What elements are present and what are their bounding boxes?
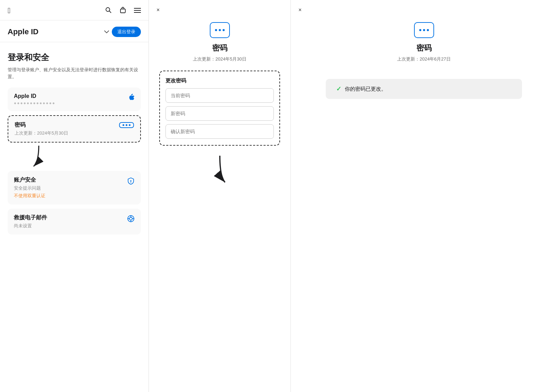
change-password-form: 更改密码	[159, 71, 280, 146]
current-password-field[interactable]	[165, 88, 274, 103]
password-card-label: 密码	[15, 121, 116, 129]
apple-logo-icon: 	[8, 6, 10, 15]
apple-id-card-email: ●●●●●●●●●●●●●	[14, 101, 124, 106]
svg-line-1	[109, 11, 111, 12]
apple-id-title: Apple ID	[8, 27, 101, 36]
two-factor-link[interactable]: 不使用双重认证	[14, 193, 124, 199]
apple-id-card-label: Apple ID	[14, 93, 124, 99]
rescue-icon	[127, 215, 135, 224]
right-dot-1	[419, 29, 421, 31]
middle-arrow-annotation	[206, 154, 234, 185]
password-card-sub: 上次更新：2024年5月30日	[15, 130, 116, 136]
new-password-field[interactable]	[165, 106, 274, 121]
success-text: 你的密码已更改。	[345, 86, 386, 92]
left-content: 登录和安全 管理与登录账户、账户安全以及无法登录时进行数据恢复的有关设置。 Ap…	[0, 42, 149, 246]
password-dots-icon	[119, 122, 134, 128]
dot-1	[215, 29, 217, 31]
right-password-icon	[414, 22, 434, 38]
rescue-email-card-body: 救援电子邮件 尚未设置	[14, 214, 124, 229]
shield-icon	[127, 177, 135, 186]
apple-id-card-body: Apple ID ●●●●●●●●●●●●●	[14, 93, 124, 106]
right-panel: × 密码 上次更新：2024年6月27日 ✓ 你的密码已更改。	[291, 0, 557, 392]
logout-button[interactable]: 退出登录	[112, 27, 141, 37]
security-card[interactable]: 账户安全 安全提示问题 不使用双重认证	[8, 171, 141, 204]
middle-panel: × 密码 上次更新：2024年5月30日 更改密码	[149, 0, 291, 392]
left-panel:  A	[0, 0, 149, 392]
right-dots	[419, 29, 429, 31]
right-close-button[interactable]: ×	[298, 7, 302, 13]
right-subtitle: 上次更新：2024年6月27日	[397, 56, 451, 62]
arrow-annotation	[28, 144, 49, 168]
nav-icons	[105, 7, 141, 15]
rescue-email-card-label: 救援电子邮件	[14, 214, 124, 221]
middle-title: 密码	[212, 43, 227, 53]
password-card-body: 密码 上次更新：2024年5月30日	[15, 121, 116, 136]
right-title: 密码	[416, 43, 432, 53]
rescue-email-card[interactable]: 救援电子邮件 尚未设置	[8, 209, 141, 235]
dot-2	[219, 29, 221, 31]
bag-icon[interactable]	[119, 7, 126, 15]
middle-password-icon	[210, 22, 230, 38]
apple-id-card[interactable]: Apple ID ●●●●●●●●●●●●●	[8, 88, 141, 111]
right-dot-3	[427, 29, 429, 31]
dot-3	[223, 29, 225, 31]
success-message-box: ✓ 你的密码已更改。	[326, 79, 522, 99]
right-dot-2	[423, 29, 425, 31]
rescue-email-card-sub: 尚未设置	[14, 223, 124, 229]
svg-point-10	[129, 217, 132, 220]
security-card-sub: 安全提示问题	[14, 185, 124, 191]
middle-dots	[215, 29, 225, 31]
middle-subtitle: 上次更新：2024年5月30日	[193, 56, 246, 62]
svg-rect-2	[120, 9, 125, 13]
svg-point-7	[131, 180, 132, 181]
confirm-password-field[interactable]	[165, 124, 274, 139]
password-card[interactable]: 密码 上次更新：2024年5月30日	[8, 115, 141, 143]
section-desc: 管理与登录账户、账户安全以及无法登录时进行数据恢复的有关设置。	[8, 66, 141, 80]
security-card-label: 账户安全	[14, 176, 124, 184]
nav-bar: 	[0, 0, 149, 20]
section-title: 登录和安全	[8, 52, 141, 63]
apple-id-header: Apple ID 退出登录	[0, 20, 149, 42]
change-pw-label: 更改密码	[165, 78, 274, 84]
apple-icon	[128, 94, 135, 103]
menu-icon[interactable]	[134, 7, 141, 15]
security-card-body: 账户安全 安全提示问题 不使用双重认证	[14, 176, 124, 199]
search-icon[interactable]	[105, 7, 112, 15]
middle-close-button[interactable]: ×	[156, 7, 160, 13]
chevron-down-icon[interactable]	[104, 29, 109, 35]
success-check-icon: ✓	[336, 85, 341, 93]
